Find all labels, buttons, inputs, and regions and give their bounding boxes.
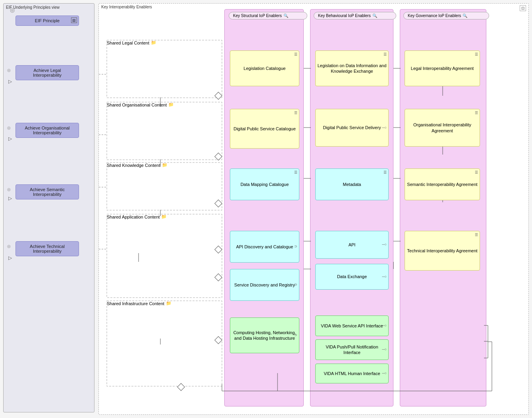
diamond-bottom: [177, 383, 185, 391]
digital-service-delivery-icon: ─○: [382, 126, 387, 130]
data-mapping-text: Data Mapping Catalogue: [241, 182, 289, 187]
diamond-app2: [214, 273, 222, 281]
service-discovery-icon: ⊃: [294, 283, 297, 287]
digital-service-catalogue-icon: ☰: [294, 111, 297, 116]
svg-rect-3: [107, 214, 222, 298]
vida-push-icon: ─○: [382, 347, 387, 352]
card-org-interop[interactable]: Organisational Interoperability Agreemen…: [405, 109, 480, 147]
knowledge-content-label: Shared Knowledge Content: [107, 163, 160, 168]
card-metadata[interactable]: Metadata ☰: [315, 168, 389, 200]
org-folder-icon: 📁: [168, 102, 174, 107]
org-label: Achieve Organisational Interoperability: [25, 126, 69, 135]
section-knowledge-label: Shared Knowledge Content 📁: [107, 163, 168, 168]
card-computing[interactable]: Computing Hosting, Networking, and Data …: [230, 317, 299, 353]
api-icon: ─○: [382, 242, 387, 247]
circle-legal: ◎: [10, 7, 15, 13]
legislation-catalogue-icon: ☰: [294, 52, 297, 57]
vida-html-icon: ─○: [382, 371, 387, 376]
card-legislation-catalogue[interactable]: Legislation Catalogue ☰: [230, 50, 299, 86]
data-exchange-text: Data Exchange: [337, 274, 367, 279]
svg-rect-2: [107, 163, 222, 210]
diamond-app1: [214, 246, 222, 254]
api-text: API: [349, 242, 356, 248]
left-panel-title: EIF Underlying Principles view: [4, 4, 94, 11]
principle-org[interactable]: Achieve Organisational Interoperability: [15, 123, 79, 138]
infra-folder-icon: 📁: [166, 301, 172, 306]
legislation-catalogue-text: Legislation Catalogue: [244, 66, 286, 71]
digital-service-delivery-text: Digital Public Service Delivery: [323, 125, 381, 130]
card-semantic-interop[interactable]: Semantic Interoperability Agreement ☰: [405, 168, 480, 200]
legal-label: Achieve Legal Interoperability: [33, 68, 62, 77]
governance-search-icon[interactable]: 🔍: [463, 14, 467, 18]
circle-tech: ◎: [7, 244, 11, 248]
legal-folder-icon: 📁: [151, 40, 156, 45]
arrow-tech: ▷: [6, 254, 14, 262]
legal-interop-text: Legal Interoperability Agreement: [411, 66, 474, 71]
metadata-icon: ☰: [384, 170, 387, 175]
section-app-label: Shared Application Content 📁: [107, 214, 167, 219]
infra-content-label: Shared Infrastructure Content: [107, 301, 164, 306]
app-folder-icon: 📁: [161, 214, 167, 219]
card-tech-interop[interactable]: Technical Interoperability Agreement ☰: [405, 231, 480, 271]
governance-header: Key Governance IoP Enablers 🔍: [403, 12, 489, 19]
governance-label: Key Governance IoP Enablers: [408, 14, 461, 18]
structural-label: Key Structural IoP Enablers: [233, 14, 282, 18]
data-mapping-icon: ☰: [294, 170, 297, 175]
structural-header: Key Structural IoP Enablers 🔍: [229, 12, 307, 19]
vida-web-text: VIDA Web Service API Interface: [321, 323, 383, 329]
computing-text: Computing Hosting, Networking, and Data …: [232, 330, 297, 341]
vida-push-text: VIDA Push/Pull Notification Interface: [317, 344, 387, 356]
card-vida-push[interactable]: VIDA Push/Pull Notification Interface ─○: [315, 339, 389, 360]
left-panel: EIF Underlying Principles view EIF Princ…: [3, 3, 94, 412]
expand-icon[interactable]: ⊡: [520, 5, 526, 11]
circle-semantic: ◎: [7, 187, 11, 192]
card-legal-interop[interactable]: Legal Interoperability Agreement ☰: [405, 50, 480, 86]
principle-legal[interactable]: Achieve Legal Interoperability: [15, 65, 79, 80]
arrow-org: ▷: [6, 135, 14, 143]
card-api-discovery[interactable]: API Discovery and Catalogue ⊃: [230, 231, 299, 263]
svg-rect-4: [107, 301, 222, 386]
legislation-knowledge-icon: ☰: [384, 52, 387, 57]
data-exchange-icon: ─○: [382, 275, 387, 279]
svg-rect-1: [107, 102, 222, 160]
card-legislation-knowledge[interactable]: Legislation on Data Information and Know…: [315, 50, 389, 86]
card-service-discovery[interactable]: Service Discovery and Registry ⊃: [230, 269, 299, 301]
principle-eif[interactable]: EIF Principle ▤: [15, 15, 79, 26]
principle-semantic[interactable]: Achieve Semantic Interoperability: [15, 184, 79, 199]
digital-service-catalogue-text: Digital Public Service Catalogue: [233, 126, 296, 132]
card-digital-service-catalogue[interactable]: Digital Public Service Catalogue ☰: [230, 109, 299, 149]
tech-label: Achieve Technical Interoperability: [30, 244, 65, 254]
card-data-exchange[interactable]: Data Exchange ─○: [315, 264, 389, 290]
card-vida-web[interactable]: VIDA Web Service API Interface ─○: [315, 315, 389, 336]
diamond-legal: [214, 92, 222, 100]
section-infra-label: Shared Infrastructure Content 📁: [107, 301, 172, 306]
org-content-label: Shared Organisational Content: [107, 103, 167, 107]
api-discovery-icon: ⊃: [294, 244, 297, 249]
behavioural-search-icon[interactable]: 🔍: [372, 14, 377, 18]
app-content-label: Shared Application Content: [107, 215, 160, 219]
card-api[interactable]: API ─○: [315, 231, 389, 259]
card-data-mapping[interactable]: Data Mapping Catalogue ☰: [230, 168, 299, 200]
diamond-infra: [214, 336, 222, 344]
legal-content-label: Shared Legal Content: [107, 41, 149, 45]
api-discovery-text: API Discovery and Catalogue: [236, 244, 293, 250]
tech-interop-icon: ☰: [475, 233, 478, 238]
section-org-label: Shared Organisational Content 📁: [107, 102, 174, 107]
knowledge-folder-icon: 📁: [162, 163, 168, 168]
arrow-legal: ▷: [6, 77, 14, 85]
org-interop-icon: ☰: [475, 111, 478, 116]
semantic-label: Achieve Semantic Interoperability: [30, 187, 65, 197]
structural-search-icon[interactable]: 🔍: [283, 14, 288, 18]
tech-interop-text: Technical Interoperability Agreement: [407, 248, 477, 254]
principle-tech[interactable]: Achieve Technical Interoperability: [15, 241, 79, 256]
metadata-text: Metadata: [343, 182, 361, 187]
main-container: EIF Underlying Principles view EIF Princ…: [0, 0, 532, 418]
behavioural-header: Key Behavioural IoP Enablers 🔍: [314, 12, 396, 19]
vida-web-icon: ─○: [382, 323, 387, 328]
semantic-interop-icon: ☰: [475, 170, 478, 175]
semantic-interop-text: Semantic Interoperability Agreement: [407, 182, 477, 187]
card-vida-html[interactable]: VIDA HTML Human Interface ─○: [315, 364, 389, 383]
behavioural-label: Key Behavioural IoP Enablers: [318, 14, 371, 18]
card-digital-service-delivery[interactable]: Digital Public Service Delivery ─○: [315, 109, 389, 147]
circle-legal-2: ◎: [7, 68, 11, 72]
